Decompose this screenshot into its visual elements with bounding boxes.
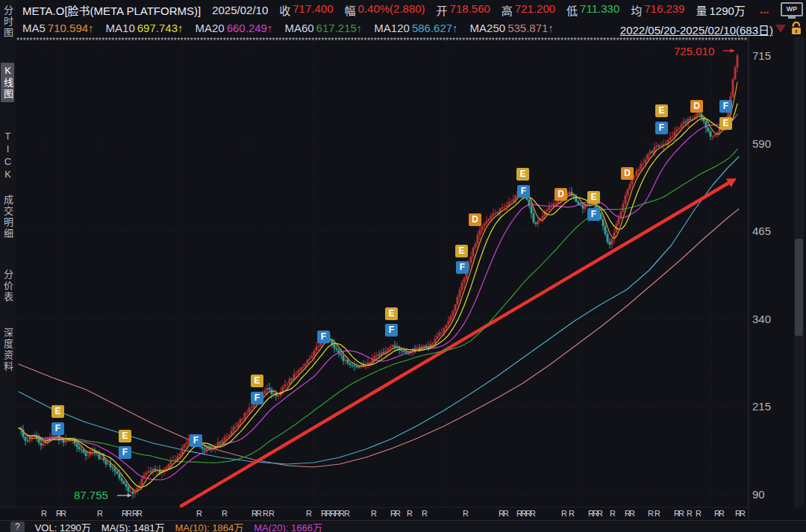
event-badge-e[interactable]: E	[719, 117, 732, 130]
event-badge-e[interactable]: E	[516, 168, 529, 181]
rights-marker[interactable]: R	[407, 509, 413, 518]
event-badge-f[interactable]: F	[385, 324, 398, 337]
rights-marker[interactable]: R	[60, 509, 66, 518]
rights-marker[interactable]: R	[648, 509, 654, 518]
rights-marker[interactable]: R	[306, 509, 312, 518]
rights-marker[interactable]: R	[41, 509, 47, 518]
high-price-annotation: 725.010	[674, 45, 714, 57]
event-badge-f[interactable]: F	[317, 331, 330, 343]
y-axis-tick: 465	[752, 225, 771, 237]
rights-marker[interactable]: R	[503, 509, 509, 518]
rights-marker[interactable]: R	[610, 509, 616, 518]
event-badge-f[interactable]: F	[190, 434, 202, 447]
y-axis-tick: 715	[752, 49, 771, 62]
status-indicator: MA(10): 1864万	[175, 520, 243, 532]
rights-marker[interactable]: R	[97, 509, 103, 518]
event-badge-f[interactable]: F	[51, 422, 64, 435]
rights-marker[interactable]: R	[256, 509, 262, 518]
event-badge-e[interactable]: E	[455, 245, 468, 257]
event-badge-f[interactable]: F	[251, 392, 263, 404]
event-badge-d[interactable]: D	[469, 213, 481, 226]
stock-app-window: 分时图K线图TICK成交明细分价表深度资料 META.O[脸书(META PLA…	[0, 0, 806, 532]
rights-marker[interactable]: R	[395, 509, 401, 518]
event-badge-e[interactable]: E	[587, 191, 600, 204]
rights-marker[interactable]: R	[530, 509, 536, 518]
event-badge-e[interactable]: E	[51, 405, 64, 418]
rights-marker[interactable]: R	[263, 509, 269, 518]
rights-marker[interactable]: R	[569, 509, 575, 518]
vertical-scrollbar[interactable]	[794, 37, 804, 507]
event-badge-f[interactable]: F	[119, 446, 131, 459]
event-badge-f[interactable]: F	[456, 261, 469, 274]
rights-marker[interactable]: R	[463, 509, 469, 518]
event-badge-d[interactable]: D	[690, 100, 703, 113]
rights-marker[interactable]: R	[344, 509, 350, 518]
volume-status-bar: ? VOL: 1290万MA(5): 1481万MA(10): 1864万MA(…	[0, 520, 806, 532]
rights-marker[interactable]: R	[222, 509, 228, 518]
rights-marker[interactable]: R	[137, 509, 143, 518]
news-marker-row: ****************************************…	[16, 37, 748, 45]
rights-marker[interactable]: R	[655, 509, 660, 518]
rights-marker[interactable]: R	[687, 509, 693, 518]
help-button[interactable]: ?	[10, 522, 25, 532]
event-badge-d[interactable]: D	[554, 188, 567, 201]
rights-marker[interactable]: R	[269, 509, 275, 518]
status-indicator: MA(20): 1666万	[254, 520, 322, 532]
event-badge-f[interactable]: F	[655, 122, 668, 134]
status-indicator: VOL: 1290万	[35, 520, 91, 532]
status-indicator: MA(5): 1481万	[101, 520, 165, 532]
y-axis-tick: 590	[752, 137, 771, 150]
rights-marker[interactable]: R	[696, 509, 702, 518]
rights-marker[interactable]: R	[371, 509, 377, 518]
low-price-annotation: 87.755	[74, 489, 108, 501]
rights-marker[interactable]: R	[561, 509, 567, 518]
rights-marker[interactable]: R	[126, 509, 132, 518]
scrollbar-thumb[interactable]	[795, 239, 803, 336]
y-axis-tick: 90	[752, 488, 765, 501]
event-badge-d[interactable]: D	[621, 167, 634, 180]
event-badge-f[interactable]: F	[587, 208, 600, 221]
rights-marker[interactable]: R	[422, 509, 428, 518]
y-axis-tick: 215	[752, 400, 771, 413]
rights-marker[interactable]: R	[196, 509, 202, 518]
event-badge-e[interactable]: E	[655, 104, 668, 117]
y-axis-tick: 340	[752, 313, 771, 325]
event-badge-f[interactable]: F	[719, 100, 732, 113]
event-badge-f[interactable]: F	[517, 185, 530, 198]
rights-marker[interactable]: R	[740, 509, 746, 518]
rights-marker[interactable]: R	[629, 509, 635, 518]
rights-marker[interactable]: R	[678, 509, 684, 518]
event-badge-e[interactable]: E	[251, 375, 263, 387]
event-badge-e[interactable]: E	[119, 430, 131, 442]
rights-marker[interactable]: R	[719, 509, 725, 518]
event-badge-e[interactable]: E	[385, 307, 398, 320]
rights-marker[interactable]: R	[597, 509, 603, 518]
